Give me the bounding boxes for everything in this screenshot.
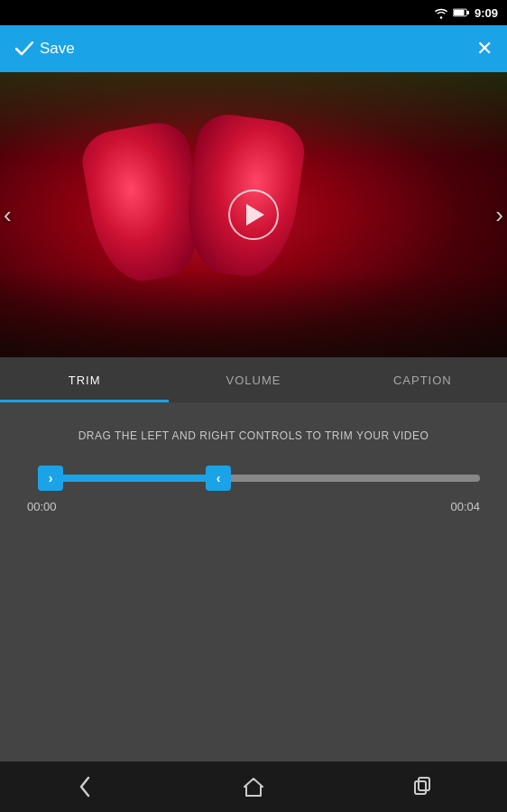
next-arrow[interactable]: › (495, 201, 503, 229)
trim-panel: DRAG THE LEFT AND RIGHT CONTROLS TO TRIM… (0, 402, 507, 513)
back-button[interactable] (62, 770, 107, 803)
content-area: DRAG THE LEFT AND RIGHT CONTROLS TO TRIM… (0, 402, 507, 776)
svg-rect-2 (454, 10, 465, 15)
tab-trim-label: TRIM (69, 374, 101, 387)
recents-button[interactable] (400, 770, 445, 803)
trim-handle-right[interactable]: ‹ (206, 466, 231, 491)
time-end: 00:04 (450, 500, 480, 513)
tabs-bar: TRIM VOLUME CAPTION (0, 357, 507, 402)
svg-rect-1 (466, 11, 469, 14)
status-icons: 9:09 (433, 6, 498, 20)
save-label: Save (40, 40, 75, 58)
trim-instruction: DRAG THE LEFT AND RIGHT CONTROLS TO TRIM… (27, 429, 480, 442)
prev-arrow[interactable]: ‹ (4, 201, 12, 229)
tab-volume[interactable]: VOLUME (169, 357, 337, 402)
recents-nav-icon (410, 774, 435, 799)
back-nav-icon (72, 774, 97, 799)
save-button[interactable]: Save (14, 39, 75, 59)
battery-icon (453, 6, 469, 19)
checkmark-icon (14, 39, 34, 59)
tab-active-underline (0, 400, 169, 402)
tab-caption-label: CAPTION (393, 374, 452, 387)
tab-trim[interactable]: TRIM (0, 357, 169, 402)
time-start: 00:00 (27, 500, 57, 513)
time-labels: 00:00 00:04 (27, 500, 480, 513)
status-bar: 9:09 (0, 0, 507, 25)
handle-left-icon: › (49, 471, 53, 485)
handle-right-icon: ‹ (217, 471, 221, 485)
svg-rect-4 (419, 778, 429, 790)
close-icon: ✕ (476, 37, 493, 60)
play-button[interactable] (228, 189, 279, 240)
close-button[interactable]: ✕ (476, 39, 493, 59)
svg-rect-3 (415, 781, 426, 794)
play-icon (246, 204, 264, 226)
tab-volume-label: VOLUME (226, 374, 281, 387)
slider-track-fill (58, 475, 216, 482)
wifi-icon (433, 6, 449, 19)
video-area: ‹ › (0, 72, 507, 357)
home-button[interactable] (231, 770, 276, 803)
bottom-nav (0, 761, 507, 812)
trim-handle-left[interactable]: › (38, 466, 63, 491)
tab-caption[interactable]: CAPTION (338, 357, 507, 402)
trim-slider[interactable]: › ‹ (27, 462, 480, 494)
top-bar: Save ✕ (0, 25, 507, 72)
status-time: 9:09 (475, 6, 498, 20)
home-nav-icon (241, 774, 266, 799)
